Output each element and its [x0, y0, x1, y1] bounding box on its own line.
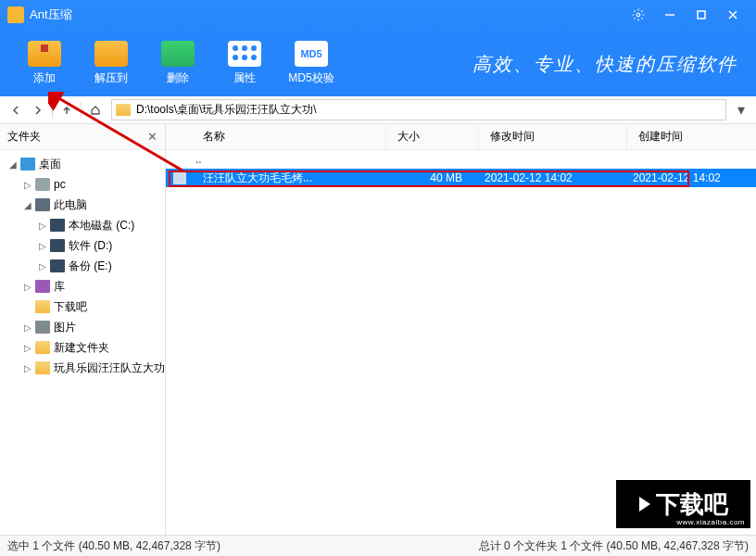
tree-label: 此电脑 — [54, 197, 87, 213]
delete-label: 删除 — [167, 70, 189, 86]
tree-label: 备份 (E:) — [69, 259, 112, 274]
title-bar: Ant压缩 — [0, 0, 756, 30]
watermark-url: www.xiazaiba.com — [676, 518, 745, 526]
extract-label: 解压到 — [94, 70, 128, 86]
tree-item-pictures[interactable]: ▷图片 — [0, 317, 165, 337]
delete-icon — [161, 41, 195, 67]
maximize-button[interactable] — [686, 0, 717, 30]
column-gutter — [166, 124, 192, 149]
nav-home-button[interactable] — [85, 100, 106, 120]
watermark-text: 下载吧 — [656, 488, 728, 521]
tree-item-drive-d[interactable]: ▷软件 (D:) — [0, 235, 165, 256]
cell-modified: 2021-02-12 14:02 — [473, 171, 622, 184]
app-icon — [7, 6, 24, 23]
tree-item-desktop[interactable]: ◢桌面 — [0, 154, 165, 174]
slogan-text: 高效、专业、快速的压缩软件 — [472, 52, 737, 77]
sidebar-close-button[interactable]: ✕ — [147, 130, 158, 144]
app-title: Ant压缩 — [30, 6, 623, 23]
properties-icon — [228, 41, 261, 67]
tree-item-pc[interactable]: ▷pc — [0, 174, 165, 195]
path-bar: D:\tools\桌面\玩具乐园汪汪队立大功\ ▾ — [0, 96, 756, 124]
separator — [81, 102, 82, 119]
column-size[interactable]: 大小 — [386, 124, 479, 149]
folder-icon — [35, 321, 50, 334]
sidebar-header: 文件夹 ✕ — [0, 124, 165, 150]
computer-icon — [35, 198, 50, 211]
status-left: 选中 1 个文件 (40.50 MB, 42,467,328 字节) — [7, 538, 220, 554]
tree-label: 软件 (D:) — [69, 238, 112, 254]
toolbar: 添加 解压到 删除 属性 MD5 MD5校验 高效、专业、快速的压缩软件 — [0, 30, 756, 96]
cell-name: 汪汪队立大功毛毛烤... — [192, 171, 381, 186]
row-parent-dir[interactable]: .. — [166, 150, 756, 169]
file-icon — [173, 171, 186, 184]
folder-icon — [35, 300, 50, 313]
watermark-logo: 下载吧 www.xiazaiba.com — [616, 480, 750, 528]
tree-label: pc — [54, 178, 66, 191]
svg-point-0 — [636, 13, 640, 17]
tree-item-drive-e[interactable]: ▷备份 (E:) — [0, 256, 165, 276]
add-icon — [28, 41, 61, 67]
tree-label: 本地磁盘 (C:) — [69, 218, 134, 234]
status-bar: 选中 1 个文件 (40.50 MB, 42,467,328 字节) 总计 0 … — [0, 535, 756, 556]
file-row-selected[interactable]: 汪汪队立大功毛毛烤... 40 MB 2021-02-12 14:02 2021… — [166, 169, 756, 187]
column-modified[interactable]: 修改时间 — [479, 124, 627, 149]
tree-label: 图片 — [54, 320, 76, 335]
md5-icon: MD5 — [295, 41, 328, 67]
cell-size: 40 MB — [381, 171, 473, 184]
folder-tree: ◢桌面 ▷pc ◢此电脑 ▷本地磁盘 (C:) ▷软件 (D:) ▷备份 (E:… — [0, 150, 165, 535]
nav-forward-button[interactable] — [28, 100, 48, 120]
drive-icon — [50, 239, 65, 252]
drive-icon — [50, 259, 65, 272]
tree-label: 库 — [54, 279, 65, 295]
close-button[interactable] — [717, 0, 749, 30]
md5-button[interactable]: MD5 MD5校验 — [278, 33, 345, 93]
tree-label: 下载吧 — [54, 299, 87, 315]
tree-item-downloads[interactable]: 下载吧 — [0, 297, 165, 317]
svg-rect-2 — [698, 11, 705, 19]
column-name[interactable]: 名称 — [192, 124, 386, 149]
parent-dir-label: .. — [195, 153, 202, 166]
column-created[interactable]: 创建时间 — [627, 124, 756, 149]
path-input[interactable]: D:\tools\桌面\玩具乐园汪汪队立大功\ — [111, 99, 726, 120]
tree-item-library[interactable]: ▷库 — [0, 276, 165, 297]
minimize-button[interactable] — [654, 0, 686, 30]
user-icon — [35, 178, 50, 191]
add-button[interactable]: 添加 — [11, 33, 78, 93]
extract-button[interactable]: 解压到 — [78, 33, 145, 93]
settings-icon[interactable] — [623, 0, 654, 30]
sidebar-title: 文件夹 — [7, 129, 41, 145]
content-area: 文件夹 ✕ ◢桌面 ▷pc ◢此电脑 ▷本地磁盘 (C:) ▷软件 (D:) ▷… — [0, 124, 756, 535]
folder-icon — [35, 361, 50, 374]
status-right: 总计 0 个文件夹 1 个文件 (40.50 MB, 42,467,328 字节… — [479, 538, 749, 554]
properties-label: 属性 — [233, 70, 256, 86]
nav-back-button[interactable] — [6, 100, 26, 120]
extract-icon — [94, 41, 128, 67]
md5-label: MD5校验 — [288, 70, 334, 86]
path-dropdown-button[interactable]: ▾ — [732, 100, 750, 120]
play-icon — [639, 497, 650, 512]
path-text: D:\tools\桌面\玩具乐园汪汪队立大功\ — [136, 102, 317, 118]
file-pane: 名称 大小 修改时间 创建时间 注释 .. 汪汪队立大功毛毛烤... 40 MB… — [166, 124, 756, 535]
tree-label: 新建文件夹 — [54, 340, 109, 356]
tree-item-newfolder[interactable]: ▷新建文件夹 — [0, 337, 165, 358]
column-headers: 名称 大小 修改时间 创建时间 注释 — [166, 124, 756, 150]
cell-created: 2021-02-12 14:02 — [622, 171, 756, 184]
library-icon — [35, 280, 50, 293]
file-list[interactable]: .. 汪汪队立大功毛毛烤... 40 MB 2021-02-12 14:02 2… — [166, 150, 756, 535]
tree-item-toyfolder[interactable]: ▷玩具乐园汪汪队立大功 — [0, 358, 165, 378]
tree-item-drive-c[interactable]: ▷本地磁盘 (C:) — [0, 215, 165, 235]
properties-button[interactable]: 属性 — [211, 33, 278, 93]
drive-icon — [50, 219, 65, 232]
add-label: 添加 — [33, 70, 56, 86]
tree-label: 桌面 — [39, 157, 61, 172]
folder-icon — [35, 341, 50, 354]
desktop-icon — [20, 158, 35, 171]
folder-icon — [116, 104, 131, 116]
delete-button[interactable]: 删除 — [145, 33, 211, 93]
tree-item-thispc[interactable]: ◢此电脑 — [0, 195, 165, 215]
separator — [52, 102, 53, 119]
nav-up-button[interactable] — [57, 100, 77, 120]
tree-label: 玩具乐园汪汪队立大功 — [54, 360, 165, 376]
sidebar: 文件夹 ✕ ◢桌面 ▷pc ◢此电脑 ▷本地磁盘 (C:) ▷软件 (D:) ▷… — [0, 124, 166, 535]
